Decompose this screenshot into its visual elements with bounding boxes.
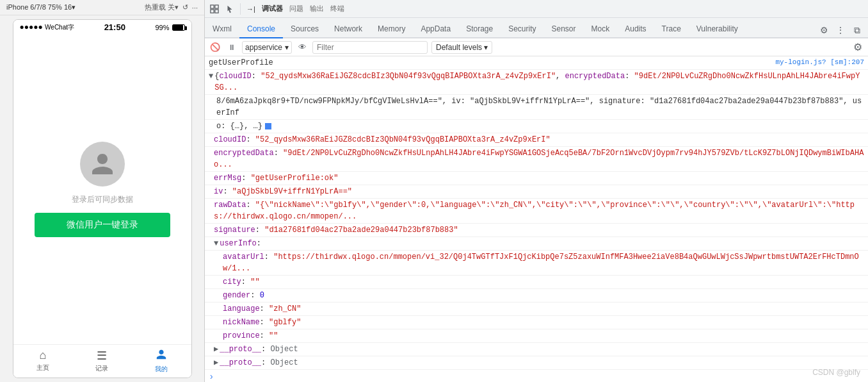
console-line: getUserProfile my-login.js? [sm]:207 — [205, 56, 868, 70]
console-line: language: "zh_CN" — [205, 303, 868, 316]
log-level-dropdown-icon: ▾ — [484, 43, 488, 52]
console-text: city: "" — [223, 276, 864, 288]
cursor-btn[interactable] — [223, 2, 237, 16]
console-text: 8/6mA6zaJpkq8r9+TD/ncw9FPNpkMJy/bfCgVIWe… — [209, 96, 864, 119]
debug-label: 调试器 — [262, 4, 283, 13]
login-hint: 登录后可同步数据 — [72, 194, 133, 205]
console-line: iv: "aQjbSkbL9V+iffrN1YpLrA==" — [205, 185, 868, 199]
expand-arrow[interactable] — [214, 238, 218, 249]
clock: 21:50 — [104, 22, 125, 32]
home-icon: ⌂ — [39, 349, 46, 362]
console-toolbar: 🚫 ⏸ appservice ▾ 👁 Default levels ▾ ⚙ — [205, 38, 868, 56]
console-prompt: › — [205, 370, 868, 382]
console-line: gender: 0 — [205, 289, 868, 303]
console-line: errMsg: "getUserProfile:ok" — [205, 172, 868, 185]
console-line: 8/6mA6zaJpkq8r9+TD/ncw9FPNpkMJy/bfCgVIWe… — [205, 95, 868, 120]
tab-sensor[interactable]: Sensor — [544, 21, 584, 38]
phone-avatar — [80, 142, 125, 187]
tab-appdata[interactable]: AppData — [413, 21, 458, 38]
tab-storage[interactable]: Storage — [458, 21, 501, 38]
devtools-label: →| — [246, 5, 255, 13]
pause-btn[interactable]: ⏸ — [225, 41, 238, 54]
tab-trace[interactable]: Trace — [654, 21, 689, 38]
problems-btn[interactable]: 问题 — [289, 4, 303, 13]
clear-console-btn[interactable]: 🚫 — [209, 41, 221, 54]
output-btn[interactable]: 输出 — [310, 4, 324, 13]
phone-status-right: 99% — [155, 24, 184, 31]
more-btn[interactable]: ··· — [192, 4, 198, 12]
signal-dots: ●●●●● WeChat字 — [20, 22, 75, 32]
phone-status-left: ●●●●● WeChat字 — [20, 22, 75, 32]
log-level-selector[interactable]: Default levels ▾ — [431, 41, 492, 54]
context-selector[interactable]: appservice ▾ — [242, 41, 292, 54]
blue-rect-indicator — [265, 123, 271, 129]
tab-sources[interactable]: Sources — [283, 21, 326, 38]
svg-rect-3 — [215, 9, 218, 12]
console-filter-input[interactable] — [312, 41, 428, 54]
expand-arrow[interactable] — [214, 357, 218, 369]
toolbar-separator — [240, 3, 241, 15]
console-line: __proto__: Object — [205, 343, 868, 356]
hot-reload-btn[interactable]: 热重载 关▾ — [145, 3, 179, 12]
phone-content: 登录后可同步数据 微信用户一键登录 — [13, 35, 191, 344]
eye-icon[interactable]: 👁 — [296, 41, 309, 54]
tab-vulnerability[interactable]: Vulnerability — [689, 21, 746, 38]
console-output[interactable]: getUserProfile my-login.js? [sm]:207 {cl… — [205, 56, 868, 382]
tab-network[interactable]: Network — [326, 21, 370, 38]
tab-security[interactable]: Security — [501, 21, 543, 38]
inspect-element-btn[interactable] — [207, 2, 221, 16]
tab-memory[interactable]: Memory — [370, 21, 413, 38]
console-text: userInfo: — [220, 238, 864, 249]
console-source[interactable]: my-login.js? [sm]:207 — [775, 57, 864, 68]
console-line: userInfo: — [205, 237, 868, 251]
tab-audits[interactable]: Audits — [617, 21, 654, 38]
console-text: {cloudID: "52_qydsMxw36RaEiJGZ8cdcBIz3Qb… — [214, 71, 864, 94]
phone-controls[interactable]: 热重载 关▾ ↺ ··· — [145, 3, 198, 12]
tab-home[interactable]: ⌂ 主页 — [36, 349, 49, 374]
console-settings-btn[interactable]: ⚙ — [851, 41, 864, 54]
console-text: getUserProfile — [209, 57, 775, 69]
battery-pct: 99% — [155, 24, 169, 31]
console-text: rawData: "{\"nickName\":\"gblfy\",\"gend… — [214, 199, 864, 222]
console-line: o: {…}, …} — [205, 120, 868, 133]
undock-icon[interactable]: ⧉ — [850, 23, 864, 37]
devtools-top-toolbar: →| 调试器 问题 输出 终端 — [205, 0, 868, 18]
devtools-panel: →| 调试器 问题 输出 终端 Wxml Console Sources Net… — [205, 0, 868, 382]
log-level-value: Default levels — [436, 43, 482, 52]
settings-icon[interactable]: ⚙ — [817, 23, 831, 37]
prompt-arrow: › — [209, 372, 214, 382]
expand-arrow[interactable] — [214, 344, 218, 355]
console-text: errMsg: "getUserProfile:ok" — [214, 172, 864, 184]
records-icon: ☰ — [97, 349, 107, 363]
tab-records[interactable]: ☰ 记录 — [95, 349, 108, 374]
console-line: nickName: "gblfy" — [205, 316, 868, 329]
console-text: avatarUrl: "https://thirdwx.qlogo.cn/mmo… — [223, 251, 864, 274]
tab-console[interactable]: Console — [239, 21, 283, 38]
terminal-btn[interactable]: 终端 — [330, 4, 344, 13]
console-text: o: {…}, …} — [209, 120, 864, 132]
refresh-btn[interactable]: ↺ — [182, 3, 188, 12]
more-options-icon[interactable]: ⋮ — [833, 23, 848, 37]
tab-wxml[interactable]: Wxml — [205, 21, 239, 38]
svg-rect-0 — [211, 4, 214, 8]
console-text: __proto__: Object — [220, 357, 864, 369]
phone-bottom-tabs: ⌂ 主页 ☰ 记录 我的 — [13, 344, 191, 378]
console-line: __proto__: Object — [205, 356, 868, 370]
console-line: rawData: "{\"nickName\":\"gblfy\",\"gend… — [205, 199, 868, 224]
wechat-login-button[interactable]: 微信用户一键登录 — [35, 213, 170, 237]
svg-rect-2 — [211, 9, 214, 12]
devtools-tabs: Wxml Console Sources Network Memory AppD… — [205, 18, 868, 38]
tab-profile-label: 我的 — [155, 365, 168, 374]
context-value: appservice — [245, 43, 282, 52]
phone-status-bar: ●●●●● WeChat字 21:50 99% — [13, 20, 191, 35]
console-text: encryptedData: "9dEt/2NP0LvCuZRgDho0NcwZ… — [214, 147, 864, 170]
console-text: language: "zh_CN" — [223, 303, 864, 315]
profile-icon — [156, 349, 167, 363]
context-dropdown-icon: ▾ — [285, 43, 289, 52]
expand-arrow[interactable] — [209, 71, 213, 82]
console-line: city: "" — [205, 276, 868, 289]
console-line: avatarUrl: "https://thirdwx.qlogo.cn/mmo… — [205, 251, 868, 276]
tab-records-label: 记录 — [95, 364, 108, 373]
tab-mock[interactable]: Mock — [584, 21, 618, 38]
tab-profile[interactable]: 我的 — [155, 349, 168, 374]
